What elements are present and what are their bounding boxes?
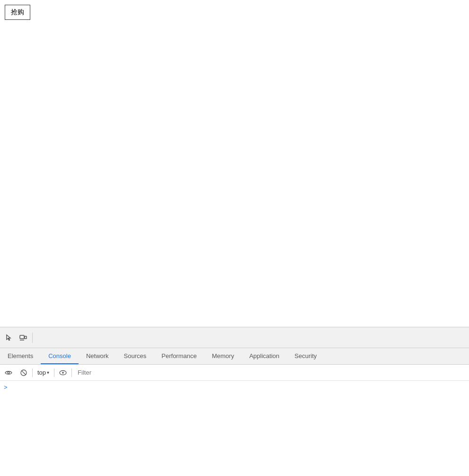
clear-console-button[interactable] <box>17 366 30 379</box>
console-divider-1 <box>32 368 33 377</box>
toolbar-divider <box>32 332 33 343</box>
console-caret-icon: > <box>4 384 8 391</box>
tab-performance[interactable]: Performance <box>154 348 204 364</box>
tab-security[interactable]: Security <box>287 348 324 364</box>
buy-button[interactable]: 抢购 <box>5 5 30 20</box>
svg-point-7 <box>62 372 64 374</box>
tab-application[interactable]: Application <box>242 348 287 364</box>
tab-network[interactable]: Network <box>79 348 116 364</box>
devtools-tabs: Elements Console Network Sources Perform… <box>0 348 469 365</box>
inspect-element-button[interactable] <box>2 331 16 345</box>
console-content: > <box>0 381 469 476</box>
devtools-panel: Elements Console Network Sources Perform… <box>0 327 469 476</box>
tab-memory[interactable]: Memory <box>204 348 242 364</box>
svg-point-3 <box>8 372 9 374</box>
console-filter-input[interactable] <box>74 367 467 378</box>
create-live-expression-button[interactable] <box>2 366 15 379</box>
context-selector-label: top <box>37 369 46 376</box>
svg-rect-1 <box>25 336 27 339</box>
tab-sources[interactable]: Sources <box>116 348 154 364</box>
console-divider-2 <box>54 368 54 377</box>
svg-rect-0 <box>20 335 24 339</box>
devtools-toolbar <box>0 327 469 348</box>
chevron-down-icon: ▾ <box>47 370 49 375</box>
device-toggle-button[interactable] <box>16 331 30 345</box>
console-divider-3 <box>71 368 72 377</box>
page-content: 抢购 <box>0 0 469 327</box>
context-selector[interactable]: top ▾ <box>35 367 52 378</box>
console-toolbar: top ▾ <box>0 365 469 381</box>
show-issues-button[interactable] <box>56 366 70 379</box>
console-prompt-line: > <box>0 383 469 392</box>
tab-console[interactable]: Console <box>41 348 79 364</box>
svg-line-5 <box>22 370 26 375</box>
tab-elements[interactable]: Elements <box>0 348 41 364</box>
